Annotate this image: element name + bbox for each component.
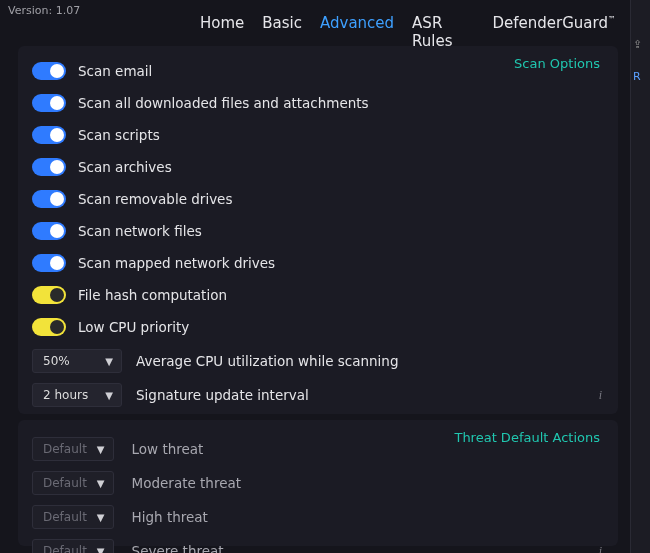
toggle-scan-archives[interactable] (32, 158, 66, 176)
threat-label: Low threat (132, 441, 204, 457)
cpu-utilization-select[interactable]: 50% ▼ (32, 349, 122, 373)
threat-label: Moderate threat (132, 475, 241, 491)
chevron-down-icon: ▼ (97, 444, 105, 455)
toggle-scan-mapped[interactable] (32, 254, 66, 272)
nav-asr-rules[interactable]: ASR Rules (412, 14, 474, 50)
signature-interval-select[interactable]: 2 hours ▼ (32, 383, 122, 407)
nav-advanced[interactable]: Advanced (320, 14, 394, 32)
toggle-knob (50, 288, 64, 302)
side-strip: ⇪ R (630, 0, 650, 553)
nav-defenderguard[interactable]: DefenderGuard™ (493, 14, 616, 32)
signature-interval-row: 2 hours ▼ Signature update interval i (32, 380, 604, 410)
toggle-row: Scan scripts (32, 120, 604, 150)
scan-options-panel: Scan Options Scan email Scan all downloa… (18, 46, 618, 414)
chevron-down-icon: ▼ (97, 478, 105, 489)
info-icon[interactable]: i (599, 544, 602, 554)
threat-actions-panel: Threat Default Actions Default ▼ Low thr… (18, 420, 618, 546)
threat-label: High threat (132, 509, 208, 525)
toggle-knob (50, 256, 64, 270)
toggle-label: Scan all downloaded files and attachment… (78, 95, 369, 111)
select-value: Default (43, 442, 87, 456)
share-icon[interactable]: ⇪ (633, 38, 642, 51)
chevron-down-icon: ▼ (97, 546, 105, 554)
threat-row: Default ▼ Moderate threat (32, 468, 604, 498)
nav-home[interactable]: Home (200, 14, 244, 32)
toggle-label: Scan removable drives (78, 191, 232, 207)
select-value: Default (43, 476, 87, 490)
toggle-row: Scan removable drives (32, 184, 604, 214)
threat-low-select[interactable]: Default ▼ (32, 437, 114, 461)
toggle-knob (50, 160, 64, 174)
toggle-scan-downloads[interactable] (32, 94, 66, 112)
toggle-scan-removable[interactable] (32, 190, 66, 208)
toggle-knob (50, 96, 64, 110)
threat-severe-select[interactable]: Default ▼ (32, 539, 114, 553)
nav-basic[interactable]: Basic (262, 14, 302, 32)
toggle-label: Low CPU priority (78, 319, 189, 335)
threat-actions-title: Threat Default Actions (454, 430, 600, 445)
toggle-label: Scan archives (78, 159, 172, 175)
cpu-utilization-label: Average CPU utilization while scanning (136, 353, 399, 369)
toggle-row: Scan all downloaded files and attachment… (32, 88, 604, 118)
toggle-row: Scan mapped network drives (32, 248, 604, 278)
toggle-row: Low CPU priority (32, 312, 604, 342)
toggle-row: Scan network files (32, 216, 604, 246)
toggle-label: Scan email (78, 63, 152, 79)
threat-high-select[interactable]: Default ▼ (32, 505, 114, 529)
select-value: Default (43, 510, 87, 524)
select-value: 50% (43, 354, 70, 368)
toggle-label: Scan scripts (78, 127, 160, 143)
toggle-knob (50, 224, 64, 238)
toggle-row: File hash computation (32, 280, 604, 310)
threat-row: Default ▼ Severe threat i (32, 536, 604, 553)
toggle-knob (50, 64, 64, 78)
chevron-down-icon: ▼ (105, 356, 113, 367)
chevron-down-icon: ▼ (97, 512, 105, 523)
scan-options-title: Scan Options (514, 56, 600, 71)
toggle-file-hash[interactable] (32, 286, 66, 304)
info-icon[interactable]: i (599, 388, 602, 403)
top-nav: Home Basic Advanced ASR Rules DefenderGu… (200, 14, 616, 50)
version-label: Version: 1.07 (8, 4, 80, 17)
toggle-label: Scan mapped network drives (78, 255, 275, 271)
toggle-label: File hash computation (78, 287, 227, 303)
threat-label: Severe threat (132, 543, 224, 553)
toggle-label: Scan network files (78, 223, 202, 239)
toggle-scan-scripts[interactable] (32, 126, 66, 144)
chevron-down-icon: ▼ (105, 390, 113, 401)
signature-interval-label: Signature update interval (136, 387, 309, 403)
select-value: Default (43, 544, 87, 553)
threat-moderate-select[interactable]: Default ▼ (32, 471, 114, 495)
toggle-low-cpu[interactable] (32, 318, 66, 336)
toggle-scan-email[interactable] (32, 62, 66, 80)
select-value: 2 hours (43, 388, 88, 402)
toggle-knob (50, 128, 64, 142)
toggle-scan-network[interactable] (32, 222, 66, 240)
toggle-knob (50, 192, 64, 206)
toggle-knob (50, 320, 64, 334)
app-window: Version: 1.07 Home Basic Advanced ASR Ru… (0, 0, 630, 553)
side-r-icon[interactable]: R (633, 70, 641, 83)
cpu-utilization-row: 50% ▼ Average CPU utilization while scan… (32, 346, 604, 376)
toggle-row: Scan archives (32, 152, 604, 182)
threat-row: Default ▼ High threat (32, 502, 604, 532)
